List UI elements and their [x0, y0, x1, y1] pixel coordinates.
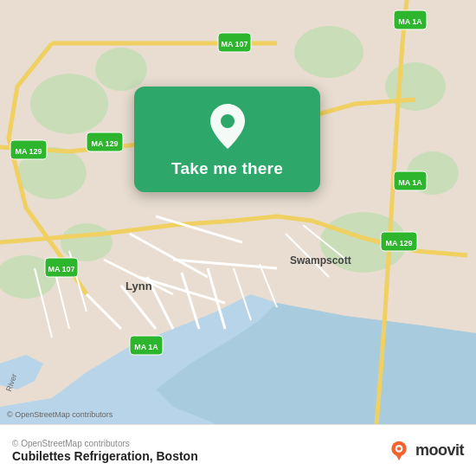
- svg-point-51: [221, 114, 235, 128]
- map-attribution: © OpenStreetMap contributors: [12, 439, 198, 448]
- location-pin-icon: [203, 102, 252, 151]
- moovit-logo: moovit: [388, 440, 464, 462]
- svg-text:MA 107: MA 107: [221, 40, 248, 48]
- moovit-icon: [388, 440, 410, 462]
- svg-text:MA 1A: MA 1A: [398, 178, 422, 187]
- svg-point-11: [61, 223, 113, 261]
- place-info: © OpenStreetMap contributors Cubilettes …: [12, 439, 198, 463]
- map-container: MA 1A MA 129 MA 129 MA 129 MA 107 MA 107…: [0, 0, 476, 424]
- svg-point-7: [385, 62, 446, 111]
- svg-text:Swampscott: Swampscott: [290, 254, 351, 267]
- svg-text:Lynn: Lynn: [125, 280, 152, 293]
- svg-text:MA 129: MA 129: [91, 139, 118, 148]
- svg-point-5: [95, 48, 147, 91]
- svg-text:MA 1A: MA 1A: [398, 17, 422, 26]
- take-me-there-button[interactable]: Take me there: [171, 159, 283, 178]
- svg-point-55: [397, 447, 401, 450]
- moovit-text: moovit: [415, 441, 464, 460]
- svg-text:MA 129: MA 129: [385, 239, 412, 248]
- svg-point-4: [30, 74, 108, 134]
- bottom-bar: © OpenStreetMap contributors Cubilettes …: [0, 424, 476, 476]
- svg-point-6: [294, 26, 363, 78]
- svg-text:MA 129: MA 129: [15, 147, 42, 156]
- map-background: MA 1A MA 129 MA 129 MA 129 MA 107 MA 107…: [0, 0, 476, 424]
- svg-text:© OpenStreetMap contributors: © OpenStreetMap contributors: [7, 410, 113, 419]
- svg-text:MA 107: MA 107: [48, 265, 74, 273]
- svg-text:MA 1A: MA 1A: [134, 343, 158, 351]
- place-name: Cubilettes Refrigeration, Boston: [12, 449, 198, 463]
- svg-marker-53: [396, 453, 403, 460]
- action-card[interactable]: Take me there: [134, 87, 320, 192]
